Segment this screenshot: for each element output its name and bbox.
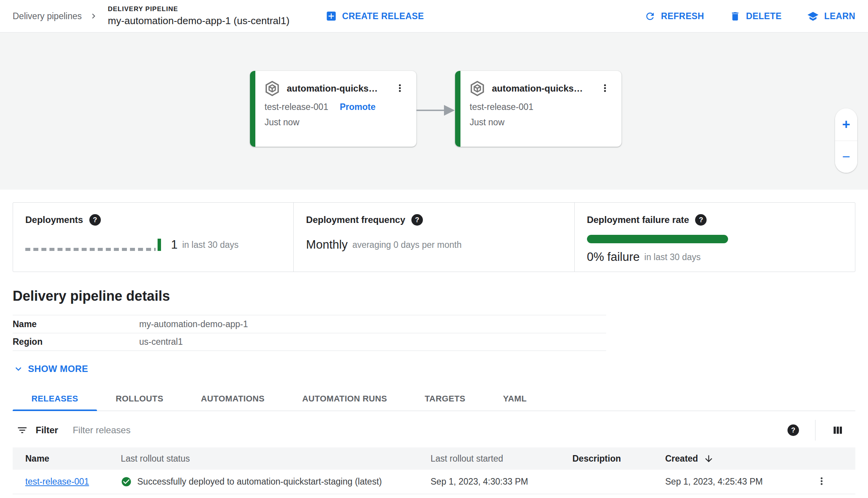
filter-bar: Filter ? [13,416,855,444]
target-hexagon-icon [264,80,281,97]
tab-yaml[interactable]: YAML [484,387,546,411]
table-help-icon[interactable]: ? [787,424,799,436]
chevron-down-icon [13,363,24,375]
target-status-bar [455,71,460,147]
kebab-menu-icon [394,82,406,94]
tab-rollouts[interactable]: ROLLOUTS [97,387,182,411]
filter-icon [16,424,28,436]
filter-button[interactable]: Filter [16,424,58,436]
kebab-menu-icon [599,82,611,94]
help-icon[interactable]: ? [411,214,423,226]
tab-automation-runs[interactable]: AUTOMATION RUNS [283,387,406,411]
details-table: Name my-automation-demo-app-1 Region us-… [13,315,606,351]
refresh-icon [644,11,656,22]
metric-value: Monthly [306,238,348,252]
card-deploy-time: Just now [264,117,406,128]
metric-suffix: averaging 0 days per month [352,240,462,250]
release-row: test-release-001 Successfully deployed t… [13,470,855,494]
detail-value: us-central1 [139,337,183,347]
releases-panel: Filter ? Name Last rollout status Last r… [13,416,855,494]
metric-label: Deployment frequency [306,215,405,225]
failure-rate-bar [587,235,728,243]
help-icon[interactable]: ? [89,214,101,226]
metric-suffix: in last 30 days [182,240,238,250]
release-created-cell: Sep 1, 2023, 4:25:43 PM [665,477,804,487]
card-release-name: test-release-001 [470,102,533,112]
detail-value: my-automation-demo-app-1 [139,319,248,329]
col-header-description[interactable]: Description [572,454,665,464]
detail-tabs: RELEASES ROLLOUTS AUTOMATIONS AUTOMATION… [13,387,855,411]
col-header-name[interactable]: Name [25,454,121,464]
metric-frequency: Deployment frequency ? Monthly averaging… [293,203,574,272]
column-display-button[interactable] [832,424,844,436]
success-check-icon [121,476,132,487]
metric-deployments: Deployments ? 1 in last 30 days [13,203,293,272]
release-status-cell: Successfully deployed to automation-quic… [121,476,431,487]
metric-suffix: in last 30 days [644,252,701,262]
card-deploy-time: Just now [469,117,612,128]
target-status-bar [250,71,255,147]
detail-label: Name [13,319,139,329]
sort-descending-arrow-icon [704,454,714,464]
metric-label: Deployment failure rate [587,215,689,225]
col-header-last-rollout-status[interactable]: Last rollout status [121,454,431,464]
learn-button[interactable]: LEARN [807,10,855,22]
target-card-prod[interactable]: automation-quicks… test-release-001 Just… [455,71,621,147]
details-row-name: Name my-automation-demo-app-1 [13,315,606,333]
page-title: my-automation-demo-app-1 (us-central1) [108,15,289,27]
tab-releases[interactable]: RELEASES [13,387,97,411]
tab-automations[interactable]: AUTOMATIONS [182,387,283,411]
target-card-menu-button[interactable] [393,82,406,96]
metric-value: 0% failure [587,250,640,264]
target-card-staging[interactable]: automation-quicks… test-release-001 Prom… [250,71,416,147]
header-actions: REFRESH DELETE LEARN [644,10,855,22]
refresh-button[interactable]: REFRESH [644,11,704,22]
page-title-block: DELIVERY PIPELINE my-automation-demo-app… [108,5,289,27]
zoom-out-button[interactable]: − [835,141,857,173]
breadcrumb: Delivery pipelines [13,11,104,21]
promote-link[interactable]: Promote [340,102,375,112]
page-overline: DELIVERY PIPELINE [108,5,289,13]
page-header: Delivery pipelines DELIVERY PIPELINE my-… [0,0,868,33]
show-more-button[interactable]: SHOW MORE [13,363,88,375]
details-row-region: Region us-central1 [13,333,606,351]
target-name: automation-quicks… [492,83,583,94]
delete-button[interactable]: DELETE [730,11,782,22]
filter-releases-input[interactable] [73,425,341,436]
details-heading: Delivery pipeline details [13,288,855,304]
help-icon[interactable]: ? [695,214,707,226]
target-card-menu-button[interactable] [598,82,612,96]
create-release-button[interactable]: CREATE RELEASE [326,11,424,21]
metric-label: Deployments [25,215,83,225]
learn-school-icon [807,10,819,22]
metric-failure-rate: Deployment failure rate ? 0% failure in … [574,203,855,272]
vertical-divider [815,420,815,441]
metric-value: 1 [171,238,178,252]
sparkline-green-tick [158,239,161,251]
deployments-sparkline [25,239,161,251]
release-started-cell: Sep 1, 2023, 4:30:33 PM [431,477,572,487]
metrics-panel: Deployments ? 1 in last 30 days Deployme… [13,202,855,272]
release-row-menu-button[interactable] [815,475,828,489]
canvas-zoom-control: + − [835,108,857,173]
sparkline-dashed-line [25,248,156,251]
col-header-last-rollout-started[interactable]: Last rollout started [431,454,572,464]
breadcrumb-delivery-pipelines[interactable]: Delivery pipelines [13,11,82,21]
pipeline-flow-arrow [416,103,455,118]
tab-targets[interactable]: TARGETS [406,387,484,411]
release-status-text: Successfully deployed to automation-quic… [137,477,382,487]
target-hexagon-icon [469,80,486,97]
pipeline-details-section: Delivery pipeline details Name my-automa… [0,288,868,375]
target-name: automation-quicks… [287,83,378,94]
zoom-in-button[interactable]: + [835,108,857,141]
detail-label: Region [13,337,139,347]
chevron-right-icon [89,11,99,21]
release-name-link[interactable]: test-release-001 [25,477,121,487]
columns-icon [832,424,844,436]
kebab-menu-icon [816,475,827,487]
releases-table-header: Name Last rollout status Last rollout st… [13,447,855,470]
col-header-created[interactable]: Created [665,454,804,464]
plus-box-icon [326,11,337,21]
pipeline-canvas: automation-quicks… test-release-001 Prom… [0,33,868,190]
card-release-name: test-release-001 [265,102,328,112]
